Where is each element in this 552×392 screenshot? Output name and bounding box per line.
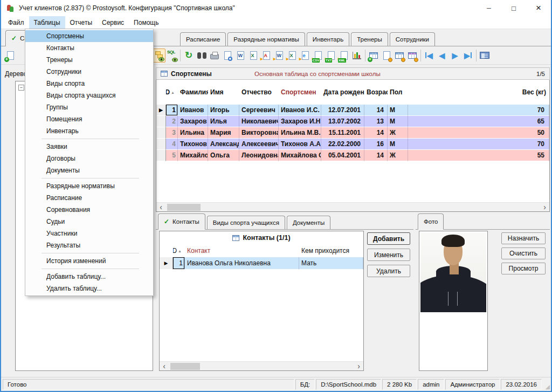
tables-menu-item[interactable]: Заявки — [25, 141, 153, 153]
table-row[interactable]: 4ТихоновАлександрАлексеевичТихонов А.А.2… — [156, 139, 549, 150]
column-header[interactable]: Фамилия — [178, 80, 208, 105]
scroll-right-arrow[interactable]: › — [354, 362, 363, 370]
nav-next-icon[interactable]: ▶ — [448, 49, 461, 63]
tables-menu-item[interactable]: Инвентарь — [25, 125, 153, 137]
column-header[interactable]: Имя — [208, 80, 239, 105]
export-xml-icon[interactable]: ▸XML — [337, 49, 350, 63]
menubar-item[interactable]: Отчеты — [65, 16, 97, 29]
scroll-left-arrow[interactable]: ‹ — [156, 203, 165, 211]
add-record-icon[interactable]: + — [4, 49, 17, 63]
minimize-button[interactable]: ─ — [477, 0, 501, 16]
menubar-item[interactable]: Файл — [3, 16, 29, 29]
subtable-tab[interactable]: Документы — [287, 216, 330, 229]
nav-last-icon[interactable]: ▶ — [461, 49, 474, 63]
menubar-item[interactable]: Помощь — [129, 16, 163, 29]
tables-menu-item[interactable]: Тренеры — [25, 54, 153, 66]
assign-button[interactable]: Назначить — [501, 232, 546, 244]
open-word-icon[interactable]: W — [234, 49, 247, 63]
tables-menu-item[interactable]: Результаты — [25, 239, 153, 251]
top-tab[interactable]: Инвентарь — [307, 32, 349, 46]
print-icon[interactable] — [208, 49, 221, 63]
scroll-thumb[interactable] — [167, 204, 201, 211]
nav-prev-icon[interactable]: ◀ — [436, 49, 448, 63]
subtable-tab[interactable]: ✓Контакты — [158, 214, 205, 230]
column-header[interactable]: Отчество — [239, 80, 279, 105]
scroll-right-arrow[interactable]: › — [540, 203, 549, 211]
table-row[interactable]: 3ИльинаМарияВикторовнаИльина М.В.15.11.2… — [156, 127, 549, 139]
h-scrollbar[interactable]: ‹ › — [156, 202, 549, 211]
top-tab[interactable]: Тренеры — [351, 32, 388, 46]
tables-menu-item[interactable]: Добавить таблицу... — [25, 271, 153, 283]
tables-menu-item[interactable]: Соревнования — [25, 204, 153, 216]
tables-menu-item[interactable]: Договоры — [25, 153, 153, 164]
top-tab[interactable]: Сотрудники — [390, 32, 435, 46]
scroll-left-arrow[interactable]: ‹ — [160, 362, 169, 370]
column-header[interactable]: Контакт — [185, 244, 299, 257]
column-header[interactable]: Кем приходится — [299, 244, 363, 257]
subtable-settings-icon[interactable] — [406, 49, 419, 63]
resize-grip-icon[interactable]: ◢ — [542, 383, 550, 391]
top-tab[interactable]: Расписание — [180, 32, 226, 46]
export-txt-icon[interactable]: ▸TXT — [325, 49, 337, 63]
tables-menu-item[interactable]: Спортсмены — [25, 30, 153, 42]
tables-menu-item[interactable]: Помещения — [25, 113, 153, 125]
tables-menu-item[interactable]: Контакты — [25, 42, 153, 54]
tables-menu-item[interactable]: Виды спорта учащихся — [25, 90, 153, 101]
subtable-tab[interactable]: Виды спорта учащихся — [207, 216, 285, 229]
open-excel-icon[interactable]: X — [247, 49, 260, 63]
sql-filter-icon[interactable]: SQL — [165, 49, 178, 63]
table-row[interactable]: 2ЗахаровИльяНиколаевичЗахаров И.Н.13.07.… — [156, 116, 549, 127]
export-excel-icon[interactable]: X▸ — [286, 49, 299, 63]
tables-menu-item[interactable]: Разрядные нормативы — [25, 180, 153, 192]
table-row[interactable]: ▶1ИвановИгорьСергеевичИванов И.С.12.07.2… — [156, 105, 549, 116]
close-button[interactable]: × — [526, 0, 551, 16]
add-button[interactable]: Добавить — [367, 232, 410, 245]
contact-row[interactable]: ▶1Иванова Ольга НиколаевнаМать — [160, 257, 363, 270]
grid-settings-icon[interactable] — [393, 49, 406, 63]
column-header[interactable]: Дата рождения — [321, 80, 364, 105]
maximize-button[interactable]: □ — [501, 0, 526, 16]
chart-icon[interactable] — [350, 49, 363, 63]
titlebar[interactable]: Учет клиентов (2.837) © Prostoysoft. Кон… — [1, 0, 551, 16]
delete-button[interactable]: Удалить — [367, 265, 410, 277]
clear-button[interactable]: Очистить — [501, 247, 546, 259]
tables-menu-item[interactable]: Судьи — [25, 216, 153, 228]
export-word-icon[interactable]: W▸ — [273, 49, 286, 63]
tables-menu-item[interactable]: Группы — [25, 101, 153, 113]
column-header[interactable]: Спортсмен — [279, 80, 321, 105]
scroll-thumb[interactable] — [170, 363, 200, 370]
h-scrollbar[interactable]: ‹ › — [160, 361, 363, 370]
form-view-icon[interactable] — [478, 49, 491, 63]
export-pdf-icon[interactable]: A▸ — [260, 49, 273, 63]
add-subtable-icon[interactable]: + — [367, 49, 380, 63]
tables-menu-item[interactable]: Сотрудники — [25, 66, 153, 78]
refresh-icon[interactable]: ↻ — [182, 49, 195, 63]
table-row[interactable]: 5МихайловаОльгаЛеонидовнаМихайлова О.Л.0… — [156, 150, 549, 161]
export-csv-icon[interactable]: ▸CSV — [312, 49, 325, 63]
tables-menu-item[interactable]: Виды спорта — [25, 78, 153, 90]
top-tab[interactable]: Разрядные нормативы — [227, 32, 305, 46]
column-header[interactable]: Возраст — [364, 80, 388, 105]
tree-expander[interactable]: − — [18, 85, 24, 91]
status-cell: 23.02.2016 — [501, 379, 542, 390]
column-header[interactable]: Пол — [388, 80, 408, 105]
column-header[interactable]: ID▲ — [173, 244, 185, 257]
tab-photo[interactable]: Фото — [418, 214, 444, 230]
tables-menu-item[interactable]: История изменений — [25, 255, 153, 267]
export-html-icon[interactable]: e▸ — [299, 49, 312, 63]
edit-button[interactable]: Изменить — [367, 249, 410, 261]
nav-first-icon[interactable]: ◀ — [423, 49, 436, 63]
menubar-item[interactable]: Сервис — [97, 16, 129, 29]
report-settings-icon[interactable] — [380, 49, 393, 63]
tables-menu-item[interactable]: Удалить таблицу... — [25, 283, 153, 294]
tables-menu-item[interactable]: Расписание — [25, 192, 153, 204]
column-header[interactable]: ID▲ — [166, 80, 178, 105]
tree-filter-icon[interactable] — [153, 49, 165, 63]
print-preview-icon[interactable] — [221, 49, 234, 63]
column-header[interactable]: Вес (кг) — [408, 80, 549, 105]
view-button[interactable]: Просмотр — [501, 263, 546, 274]
tables-menu-item[interactable]: Документы — [25, 164, 153, 176]
tables-menu-item[interactable]: Участники — [25, 228, 153, 239]
menubar-item[interactable]: Таблицы — [29, 16, 65, 29]
find-icon[interactable] — [195, 49, 208, 63]
